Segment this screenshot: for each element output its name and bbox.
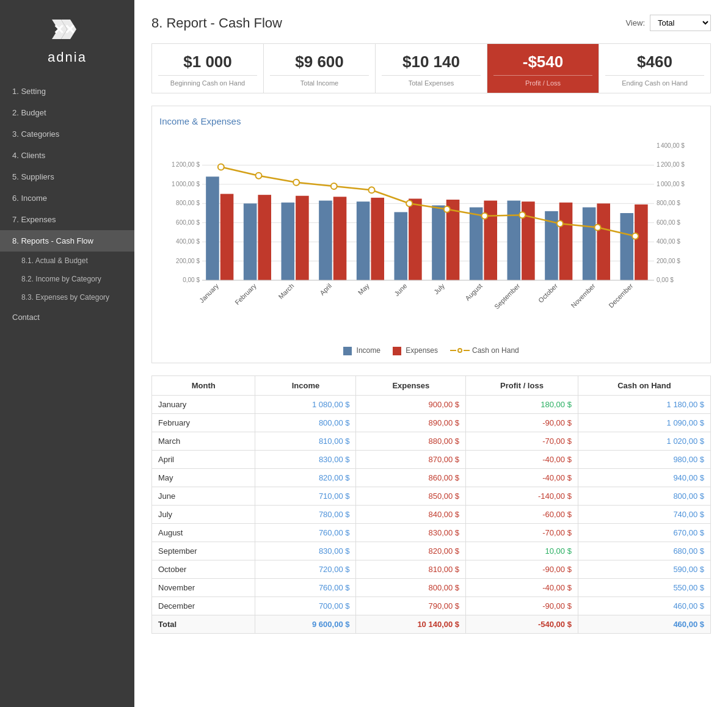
summary-card-3: -$540 Profit / Loss [487, 44, 599, 93]
logo-area: ✕✕ adnia [0, 6, 134, 81]
cell-expenses: 830,00 $ [356, 523, 466, 542]
cell-profit: -140,00 $ [466, 487, 578, 505]
cell-profit: -90,00 $ [466, 413, 578, 432]
cell-expenses: 850,00 $ [356, 487, 466, 505]
sidebar-nav-item-11[interactable]: Contact [0, 306, 134, 328]
cell-expenses: 900,00 $ [356, 395, 466, 413]
sidebar-nav-item-2[interactable]: 3. Categories [0, 123, 134, 145]
sidebar-nav-item-9[interactable]: 8.2. Income by Category [0, 270, 134, 288]
cell-expenses: 800,00 $ [356, 578, 466, 596]
sidebar-nav-item-3[interactable]: 4. Clients [0, 145, 134, 166]
cell-month: December [152, 596, 255, 615]
table-row: August 760,00 $ 830,00 $ -70,00 $ 670,00… [152, 523, 711, 542]
cell-cash: 800,00 $ [578, 487, 710, 505]
table-row: October 720,00 $ 810,00 $ -90,00 $ 590,0… [152, 560, 711, 578]
table-header-2: Expenses [356, 375, 466, 395]
cell-profit: -40,00 $ [466, 450, 578, 468]
table-header-3: Profit / loss [466, 375, 578, 395]
summary-card-1: $9 600 Total Income [264, 44, 376, 93]
income-legend-box [343, 347, 352, 355]
cell-expenses: 790,00 $ [356, 596, 466, 615]
cell-income: 710,00 $ [255, 487, 356, 505]
cell-cash: 940,00 $ [578, 468, 710, 487]
table-row: November 760,00 $ 800,00 $ -40,00 $ 550,… [152, 578, 711, 596]
cell-cash: 740,00 $ [578, 505, 710, 523]
sidebar-nav-item-6[interactable]: 7. Expenses [0, 209, 134, 230]
table-header-4: Cash on Hand [578, 375, 710, 395]
summary-cards: $1 000 Beginning Cash on Hand $9 600 Tot… [151, 43, 711, 93]
table-row: September 830,00 $ 820,00 $ 10,00 $ 680,… [152, 542, 711, 560]
table-row: February 800,00 $ 890,00 $ -90,00 $ 1 09… [152, 413, 711, 432]
cell-income: 780,00 $ [255, 505, 356, 523]
cell-month: March [152, 432, 255, 450]
cell-expenses: 820,00 $ [356, 542, 466, 560]
card-value-0: $1 000 [158, 53, 257, 71]
page-header: 8. Report - Cash Flow View: Total [151, 15, 711, 31]
sidebar-nav-item-8[interactable]: 8.1. Actual & Budget [0, 252, 134, 270]
cell-cash: 550,00 $ [578, 578, 710, 596]
cell-profit: -40,00 $ [466, 578, 578, 596]
total-expenses: 10 140,00 $ [356, 615, 466, 633]
table-row: January 1 080,00 $ 900,00 $ 180,00 $ 1 1… [152, 395, 711, 413]
cell-month: August [152, 523, 255, 542]
table-row: March 810,00 $ 880,00 $ -70,00 $ 1 020,0… [152, 432, 711, 450]
page-title: 8. Report - Cash Flow [151, 15, 282, 31]
sidebar-nav-item-10[interactable]: 8.3. Expenses by Category [0, 288, 134, 306]
cell-cash: 590,00 $ [578, 560, 710, 578]
cell-cash: 1 090,00 $ [578, 413, 710, 432]
data-table: MonthIncomeExpensesProfit / lossCash on … [151, 375, 711, 634]
card-value-3: -$540 [493, 53, 592, 71]
table-row: December 700,00 $ 790,00 $ -90,00 $ 460,… [152, 596, 711, 615]
card-value-1: $9 600 [270, 53, 369, 71]
sidebar-nav-item-4[interactable]: 5. Suppliers [0, 166, 134, 187]
cell-cash: 680,00 $ [578, 542, 710, 560]
cell-month: May [152, 468, 255, 487]
cell-month: October [152, 560, 255, 578]
cell-month: September [152, 542, 255, 560]
card-value-2: $10 140 [382, 53, 481, 71]
cell-cash: 1 180,00 $ [578, 395, 710, 413]
summary-card-2: $10 140 Total Expenses [376, 44, 487, 93]
cell-month: April [152, 450, 255, 468]
cell-expenses: 810,00 $ [356, 560, 466, 578]
cell-income: 700,00 $ [255, 596, 356, 615]
sidebar-nav-item-5[interactable]: 6. Income [0, 187, 134, 209]
cell-cash: 980,00 $ [578, 450, 710, 468]
card-label-4: Ending Cash on Hand [605, 75, 704, 87]
cell-profit: -70,00 $ [466, 432, 578, 450]
cell-income: 800,00 $ [255, 413, 356, 432]
cell-expenses: 890,00 $ [356, 413, 466, 432]
card-value-4: $460 [605, 53, 704, 71]
sidebar-nav-item-1[interactable]: 2. Budget [0, 102, 134, 123]
cell-income: 820,00 $ [255, 468, 356, 487]
cell-income: 810,00 $ [255, 432, 356, 450]
total-label: Total [152, 615, 255, 633]
summary-card-4: $460 Ending Cash on Hand [599, 44, 710, 93]
sidebar: ✕✕ adnia 1. Setting2. Budget3. Categorie… [0, 0, 134, 707]
cell-expenses: 880,00 $ [356, 432, 466, 450]
chart-legend: Income Expenses Cash on Hand [159, 346, 703, 355]
view-select[interactable]: Total [650, 15, 711, 31]
view-label: View: [625, 18, 645, 27]
view-control: View: Total [625, 15, 711, 31]
table-header-0: Month [152, 375, 255, 395]
table-row: May 820,00 $ 860,00 $ -40,00 $ 940,00 $ [152, 468, 711, 487]
cell-month: November [152, 578, 255, 596]
cell-income: 1 080,00 $ [255, 395, 356, 413]
card-label-2: Total Expenses [382, 75, 481, 87]
cell-profit: -70,00 $ [466, 523, 578, 542]
main-content: 8. Report - Cash Flow View: Total $1 000… [134, 0, 728, 707]
cell-month: June [152, 487, 255, 505]
table-row: June 710,00 $ 850,00 $ -140,00 $ 800,00 … [152, 487, 711, 505]
cell-income: 830,00 $ [255, 542, 356, 560]
cell-profit: -40,00 $ [466, 468, 578, 487]
legend-expenses: Expenses [393, 346, 438, 355]
sidebar-nav-item-0[interactable]: 1. Setting [0, 81, 134, 102]
summary-card-0: $1 000 Beginning Cash on Hand [152, 44, 264, 93]
cell-expenses: 870,00 $ [356, 450, 466, 468]
sidebar-nav-item-7[interactable]: 8. Reports - Cash Flow [0, 230, 134, 252]
cell-cash: 670,00 $ [578, 523, 710, 542]
cell-profit: 180,00 $ [466, 395, 578, 413]
logo-text: adnia [6, 49, 128, 65]
cell-profit: -60,00 $ [466, 505, 578, 523]
